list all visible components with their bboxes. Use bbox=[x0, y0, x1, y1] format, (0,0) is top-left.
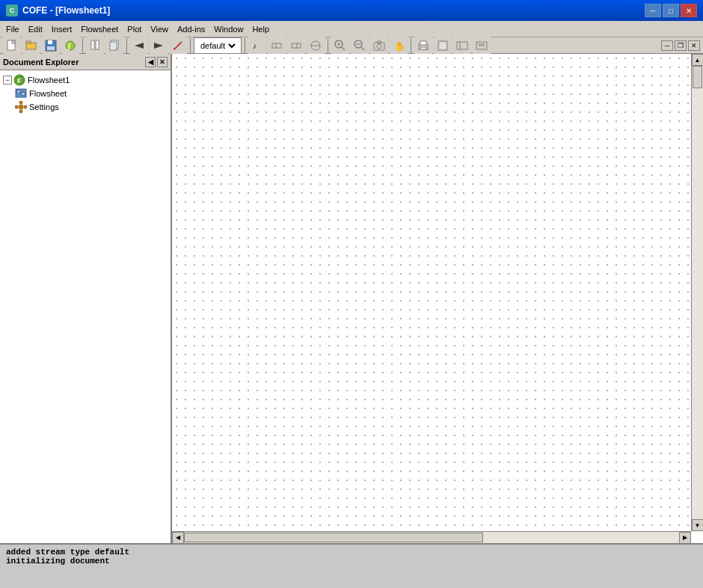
cut-button[interactable] bbox=[86, 37, 104, 55]
solve-button[interactable]: ∫ bbox=[61, 37, 79, 55]
svg-rect-3 bbox=[26, 41, 31, 43]
doc-explorer-title: Document Explorer bbox=[3, 58, 145, 67]
svg-marker-13 bbox=[135, 43, 144, 49]
zoom-in-button[interactable] bbox=[331, 37, 349, 55]
svg-rect-37 bbox=[420, 47, 426, 49]
svg-line-29 bbox=[361, 47, 364, 50]
dot-grid bbox=[172, 54, 691, 531]
close-button[interactable]: ✕ bbox=[681, 4, 697, 17]
scroll-right-button[interactable]: ▶ bbox=[679, 532, 691, 544]
svg-rect-12 bbox=[110, 42, 117, 50]
app-icon: C bbox=[6, 4, 18, 16]
svg-point-52 bbox=[19, 101, 22, 104]
tree-label-settings: Settings bbox=[29, 102, 59, 111]
toolbar-separator-2 bbox=[126, 38, 127, 53]
svg-point-51 bbox=[19, 105, 23, 109]
svg-rect-39 bbox=[440, 43, 446, 49]
menu-insert[interactable]: Insert bbox=[47, 21, 77, 37]
menu-addins[interactable]: Add-ins bbox=[173, 21, 209, 37]
svg-rect-18 bbox=[272, 43, 281, 48]
stream-type-select[interactable]: default bbox=[197, 40, 238, 51]
scroll-track-v[interactable] bbox=[692, 66, 703, 519]
canvas-area[interactable]: ▲ ▼ ◀ ▶ bbox=[172, 54, 703, 543]
pen-button[interactable] bbox=[169, 37, 187, 55]
print-button[interactable] bbox=[414, 37, 432, 55]
output-line-2: initializing document bbox=[6, 557, 697, 566]
menu-plot[interactable]: Plot bbox=[123, 21, 146, 37]
title-bar-controls: ─ □ ✕ bbox=[645, 4, 697, 17]
mdi-close[interactable]: ✕ bbox=[688, 40, 700, 51]
hand-button[interactable]: ✋ bbox=[390, 37, 408, 55]
scroll-track-h[interactable] bbox=[184, 532, 679, 543]
title-bar: C COFE - [Flowsheet1] ─ □ ✕ bbox=[0, 0, 703, 21]
settings-icon bbox=[15, 101, 27, 113]
menu-file[interactable]: File bbox=[1, 21, 24, 37]
doc-explorer-close[interactable]: ✕ bbox=[157, 57, 168, 67]
svg-text:F: F bbox=[17, 77, 22, 85]
stream-forward-button[interactable] bbox=[150, 37, 168, 55]
menu-help[interactable]: Help bbox=[248, 21, 274, 37]
tree-label-root: Flowsheet1 bbox=[28, 76, 70, 85]
mdi-restore[interactable]: ❐ bbox=[675, 40, 687, 51]
tree-item-flowsheet[interactable]: Flowsheet bbox=[3, 87, 168, 100]
new-button[interactable] bbox=[3, 37, 21, 55]
copy-button[interactable] bbox=[105, 37, 123, 55]
svg-point-53 bbox=[19, 110, 22, 113]
scroll-up-button[interactable]: ▲ bbox=[692, 54, 704, 66]
stream-btn-4[interactable] bbox=[307, 37, 325, 55]
minimize-button[interactable]: ─ bbox=[645, 4, 661, 17]
menu-view[interactable]: View bbox=[146, 21, 173, 37]
svg-rect-48 bbox=[17, 91, 20, 93]
tree-label-flowsheet: Flowsheet bbox=[29, 89, 67, 98]
svg-rect-20 bbox=[292, 43, 301, 48]
scroll-thumb-h[interactable] bbox=[184, 533, 483, 542]
svg-rect-6 bbox=[47, 46, 55, 50]
stream-btn-2[interactable] bbox=[268, 37, 286, 55]
horizontal-scrollbar[interactable]: ◀ ▶ bbox=[172, 531, 691, 543]
mdi-controls: ─ ❐ ✕ bbox=[661, 40, 700, 51]
menu-window[interactable]: Window bbox=[209, 21, 248, 37]
mdi-minimize[interactable]: ─ bbox=[661, 40, 673, 51]
title-bar-text: COFE - [Flowsheet1] bbox=[22, 5, 645, 16]
scroll-left-button[interactable]: ◀ bbox=[172, 532, 184, 544]
zoom-out-button[interactable] bbox=[351, 37, 369, 55]
inner-title-bar: ∫ default ♪ ✋ bbox=[0, 37, 703, 54]
svg-rect-40 bbox=[457, 42, 467, 49]
doc-explorer-pin[interactable]: ◀ bbox=[145, 57, 156, 67]
svg-rect-10 bbox=[96, 40, 99, 49]
output-line-1: added stream type default bbox=[6, 548, 697, 557]
stream-type-dropdown[interactable]: default bbox=[194, 37, 242, 54]
svg-rect-36 bbox=[420, 41, 426, 45]
output-panel: added stream type default initializing d… bbox=[0, 543, 703, 588]
scroll-thumb-v[interactable] bbox=[693, 66, 702, 88]
doc-explorer-controls: ◀ ✕ bbox=[145, 57, 168, 67]
stream-btn-3[interactable] bbox=[287, 37, 305, 55]
camera-button[interactable] bbox=[370, 37, 388, 55]
svg-line-25 bbox=[342, 47, 345, 50]
svg-point-54 bbox=[15, 105, 18, 108]
open-button[interactable] bbox=[22, 37, 40, 55]
menu-edit[interactable]: Edit bbox=[24, 21, 47, 37]
save-button[interactable] bbox=[42, 37, 60, 55]
tree-item-root[interactable]: − F Flowsheet1 bbox=[3, 73, 168, 87]
svg-rect-9 bbox=[91, 40, 94, 49]
maximize-button[interactable]: □ bbox=[663, 4, 679, 17]
scroll-down-button[interactable]: ▼ bbox=[692, 519, 704, 531]
tree-expand-root[interactable]: − bbox=[3, 76, 12, 85]
toolbar-separator-5 bbox=[328, 38, 328, 53]
flowsheet-icon bbox=[15, 88, 27, 99]
svg-marker-14 bbox=[154, 43, 163, 49]
svg-text:♪: ♪ bbox=[253, 42, 257, 50]
svg-point-7 bbox=[66, 41, 75, 50]
print-setup-button[interactable] bbox=[453, 37, 471, 55]
stream-back-button[interactable] bbox=[130, 37, 148, 55]
stream-btn-1[interactable]: ♪ bbox=[248, 37, 266, 55]
vertical-scrollbar[interactable]: ▲ ▼ bbox=[691, 54, 703, 531]
tree-item-settings[interactable]: Settings bbox=[3, 100, 168, 114]
document-explorer-panel: Document Explorer ◀ ✕ − F Flowsheet1 bbox=[0, 54, 172, 543]
menu-flowsheet[interactable]: Flowsheet bbox=[76, 21, 123, 37]
svg-text:✋: ✋ bbox=[394, 40, 405, 52]
print-preview-button[interactable] bbox=[434, 37, 452, 55]
menu-bar: File Edit Insert Flowsheet Plot View Add… bbox=[0, 21, 703, 37]
print-all-button[interactable] bbox=[473, 37, 491, 55]
